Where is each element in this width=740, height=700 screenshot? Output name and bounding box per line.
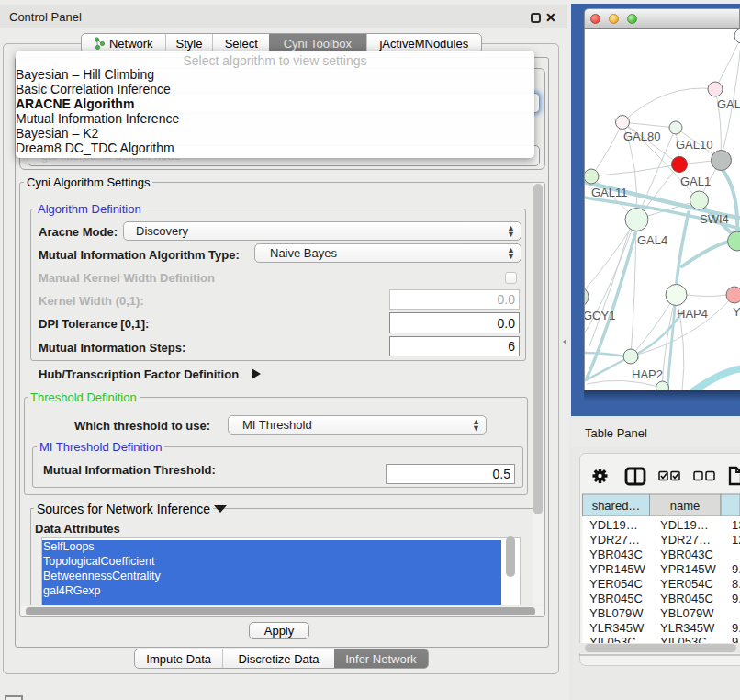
- svg-text:YBL079W: YBL079W: [660, 606, 714, 620]
- svg-text:9.: 9.: [732, 592, 740, 605]
- svg-text:8.: 8.: [732, 577, 740, 591]
- svg-text:GAL1: GAL1: [680, 175, 711, 188]
- svg-text:shared…: shared…: [592, 499, 641, 513]
- svg-text:YBR045C: YBR045C: [589, 592, 643, 605]
- svg-text:YDR27…: YDR27…: [589, 533, 640, 547]
- svg-text:HAP4: HAP4: [677, 307, 708, 321]
- svg-text:YDL19…: YDL19…: [589, 518, 638, 532]
- svg-text:YBR043C: YBR043C: [660, 548, 713, 561]
- svg-text:12: 12: [732, 533, 740, 547]
- svg-text:GAL4: GAL4: [637, 233, 667, 247]
- svg-text:YBR043C: YBR043C: [589, 548, 643, 561]
- svg-text:YBL079W: YBL079W: [589, 606, 644, 620]
- svg-text:YER054C: YER054C: [589, 577, 643, 591]
- svg-text:GCY1: GCY1: [585, 309, 615, 322]
- svg-text:name: name: [670, 499, 701, 513]
- svg-text:GAL80: GAL80: [623, 130, 660, 143]
- svg-text:13: 13: [732, 518, 740, 532]
- svg-text:GAL: GAL: [717, 97, 740, 111]
- svg-text:GAL11: GAL11: [591, 186, 628, 199]
- svg-text:Y: Y: [733, 305, 740, 319]
- svg-text:YDL19…: YDL19…: [660, 518, 709, 532]
- svg-text:YPR145W: YPR145W: [660, 562, 716, 576]
- svg-text:9.: 9.: [732, 621, 740, 635]
- svg-text:YBR045C: YBR045C: [660, 592, 713, 605]
- svg-text:HAP2: HAP2: [632, 367, 663, 381]
- svg-text:YDR27…: YDR27…: [660, 533, 711, 547]
- svg-text:GAL10: GAL10: [676, 138, 712, 152]
- svg-text:YLR345W: YLR345W: [660, 621, 715, 635]
- svg-text:YPR145W: YPR145W: [589, 562, 645, 576]
- svg-text:9.: 9.: [732, 562, 740, 576]
- svg-text:YER054C: YER054C: [660, 577, 713, 591]
- svg-text:YLR345W: YLR345W: [589, 621, 645, 635]
- svg-text:SWI4: SWI4: [700, 212, 729, 226]
